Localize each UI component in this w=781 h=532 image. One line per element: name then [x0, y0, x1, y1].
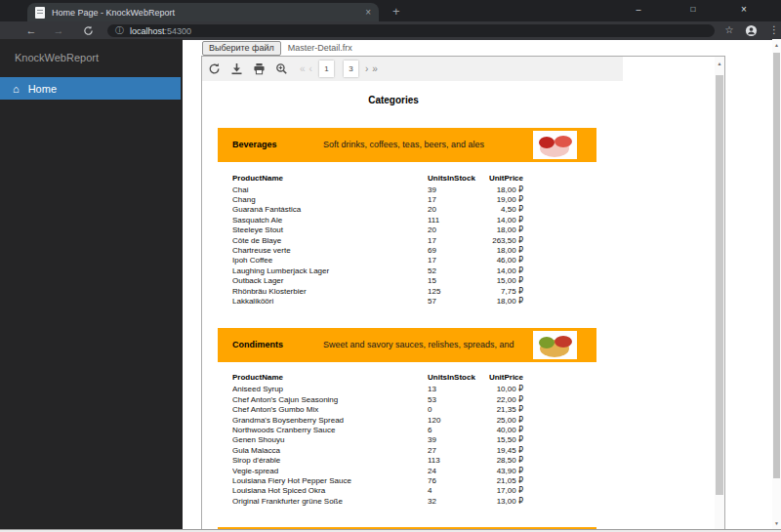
unit-price-cell: 43,90 ₽: [478, 467, 523, 475]
report-toolbar: « ‹ 1 3 › »: [202, 57, 623, 81]
units-in-stock-cell: 27: [428, 446, 478, 455]
current-page-input[interactable]: 1: [319, 61, 334, 77]
beverages-photo: [533, 131, 577, 159]
back-button[interactable]: ←: [21, 21, 41, 40]
column-header-units-in-stock: UnitsInStock: [428, 174, 478, 183]
table-row: Gula Malacca2719,45 ₽: [232, 445, 523, 455]
units-in-stock-cell: 111: [428, 216, 478, 225]
unit-price-cell: 17,00 ₽: [478, 486, 523, 495]
zoom-icon[interactable]: [275, 62, 288, 75]
table-row: Chef Anton's Gumbo Mix021,35 ₽: [232, 404, 523, 414]
unit-price-cell: 18,00 ₽: [478, 297, 523, 306]
category-description: Sweet and savory sauces, relishes, sprea…: [323, 340, 514, 349]
unit-price-cell: 18,00 ₽: [478, 246, 523, 255]
units-in-stock-cell: 53: [428, 395, 478, 404]
unit-price-cell: 263,50 ₽: [478, 236, 523, 245]
column-header-unit-price: UnitPrice: [478, 373, 523, 382]
product-name-cell: Lakkalikööri: [232, 297, 428, 306]
first-page-button[interactable]: «: [300, 57, 306, 81]
units-in-stock-cell: 32: [428, 497, 478, 506]
bookmark-icon[interactable]: ☆: [720, 21, 738, 40]
units-in-stock-cell: 39: [428, 435, 478, 444]
units-in-stock-cell: 24: [428, 467, 478, 475]
table-row: Louisiana Hot Spiced Okra417,00 ₽: [232, 486, 523, 496]
viewer-scrollbar[interactable]: ▲: [715, 57, 724, 529]
product-name-cell: Chai: [232, 185, 428, 194]
site-info-icon[interactable]: ⓘ: [115, 24, 124, 37]
table-body: Aniseed Syrup1310,00 ₽Chef Anton's Cajun…: [232, 385, 523, 507]
print-icon[interactable]: [253, 62, 266, 75]
product-name-cell: Côte de Blaye: [232, 236, 428, 245]
window-minimize-button[interactable]: –: [625, 0, 652, 21]
product-name-cell: Chef Anton's Cajun Seasoning: [232, 395, 428, 404]
table-header-row: ProductName UnitsInStock UnitPrice: [232, 371, 523, 385]
units-in-stock-cell: 0: [428, 405, 478, 414]
product-name-cell: Northwoods Cranberry Sauce: [232, 426, 428, 434]
sidebar-item-home[interactable]: ⌂ Home: [0, 77, 181, 100]
home-icon: ⌂: [13, 83, 20, 95]
products-table: ProductName UnitsInStock UnitPrice Chai3…: [232, 171, 523, 307]
table-row: Chai3918,00 ₽: [232, 184, 523, 194]
units-in-stock-cell: 17: [428, 256, 478, 265]
category-description: Soft drinks, coffees, teas, beers, and a…: [323, 140, 484, 149]
table-row: Côte de Blaye17263,50 ₽: [232, 235, 523, 245]
forward-button[interactable]: →: [49, 21, 68, 40]
unit-price-cell: 10,00 ₽: [478, 385, 523, 393]
table-row: Guaraná Fantástica204,50 ₽: [232, 205, 523, 215]
column-header-product-name: ProductName: [232, 174, 428, 183]
tab-close-icon[interactable]: ×: [365, 7, 371, 18]
scroll-down-icon[interactable]: ▼: [772, 517, 781, 529]
product-name-cell: Sasquatch Ale: [232, 216, 428, 225]
refresh-icon[interactable]: [208, 62, 221, 75]
next-page-button[interactable]: ›: [365, 57, 368, 81]
table-row: Sirop d'érable11328,50 ₽: [232, 455, 523, 465]
product-name-cell: Louisiana Fiery Hot Pepper Sauce: [232, 476, 428, 485]
table-row: Ipoh Coffee1746,00 ₽: [232, 256, 523, 266]
units-in-stock-cell: 13: [428, 385, 478, 393]
choose-file-button[interactable]: Выберите файл: [202, 41, 281, 56]
scroll-up-icon[interactable]: ▲: [715, 57, 724, 70]
report-title: Categories: [218, 95, 569, 106]
reload-button[interactable]: [78, 21, 98, 40]
window-maximize-button[interactable]: □: [679, 0, 707, 21]
product-name-cell: Chartreuse verte: [232, 246, 428, 255]
table-body: Chai3918,00 ₽Chang1719,00 ₽Guaraná Fantá…: [232, 184, 523, 307]
report-page: Categories Beverages Soft drinks, coffee…: [202, 57, 724, 529]
browser-tab[interactable]: Home Page - KnockWebReport ×: [27, 3, 379, 21]
last-page-button[interactable]: »: [372, 57, 378, 81]
scroll-up-icon[interactable]: ▲: [772, 39, 781, 51]
prev-page-button[interactable]: ‹: [309, 57, 312, 81]
table-row: Grandma's Boysenberry Spread12025,00 ₽: [232, 415, 523, 425]
url-text: localhost:54300: [130, 26, 191, 36]
unit-price-cell: 18,00 ₽: [478, 185, 523, 194]
window-close-button[interactable]: ×: [730, 0, 758, 21]
product-name-cell: Outback Lager: [232, 276, 428, 285]
page-scrollbar[interactable]: ▲ ▼: [772, 39, 781, 529]
unit-price-cell: 19,45 ₽: [478, 446, 523, 455]
condiments-photo: [533, 331, 577, 359]
unit-price-cell: 19,00 ₽: [478, 195, 523, 204]
unit-price-cell: 14,00 ₽: [478, 266, 523, 275]
category-band: Beverages Soft drinks, coffees, teas, be…: [218, 128, 596, 162]
url-input[interactable]: ⓘ localhost:54300: [107, 24, 715, 37]
units-in-stock-cell: 76: [428, 476, 478, 485]
browser-menu-icon[interactable]: ⋮: [765, 21, 781, 40]
product-name-cell: Louisiana Hot Spiced Okra: [232, 486, 428, 495]
category-name: Condiments: [232, 340, 283, 349]
download-icon[interactable]: [230, 62, 243, 75]
unit-price-cell: 15,50 ₽: [478, 435, 523, 444]
unit-price-cell: 13,00 ₽: [478, 497, 523, 506]
table-row: Sasquatch Ale11114,00 ₽: [232, 215, 523, 225]
profile-avatar-icon[interactable]: [742, 21, 760, 40]
app-brand[interactable]: KnockWebReport: [0, 39, 183, 63]
new-tab-button[interactable]: +: [392, 2, 400, 20]
product-name-cell: Ipoh Coffee: [232, 256, 428, 265]
unit-price-cell: 46,00 ₽: [478, 256, 523, 265]
product-name-cell: Genen Shouyu: [232, 435, 428, 444]
column-header-units-in-stock: UnitsInStock: [428, 373, 478, 382]
viewer-scrollbar-thumb[interactable]: [716, 75, 723, 495]
page-scrollbar-thumb[interactable]: [773, 53, 780, 478]
report-viewer: « ‹ 1 3 › » Categories Beverages Soft dr…: [201, 56, 725, 529]
units-in-stock-cell: 69: [428, 246, 478, 255]
sidebar-item-label: Home: [28, 83, 57, 95]
